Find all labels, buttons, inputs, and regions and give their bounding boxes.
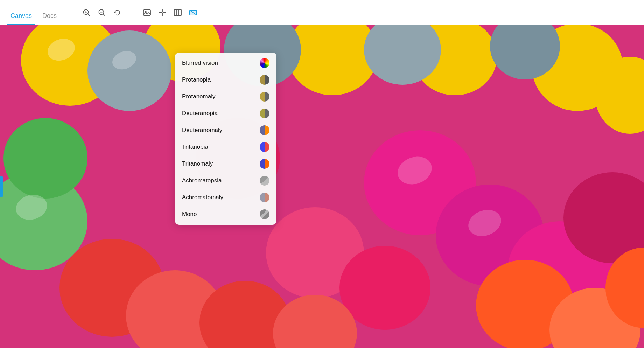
dropdown-item-protanopia[interactable]: Protanopia <box>175 71 276 88</box>
toolbar: Canvas Docs <box>0 0 644 25</box>
toolbar-divider <box>76 6 76 19</box>
vision-filter-icon[interactable] <box>188 7 199 18</box>
dropdown-item-icon-protanopia <box>260 75 270 85</box>
svg-rect-9 <box>159 9 162 12</box>
svg-rect-12 <box>163 13 166 16</box>
svg-rect-7 <box>144 10 150 15</box>
zoom-reset-icon[interactable] <box>112 7 123 18</box>
dropdown-item-label-blurred-vision: Blurred vision <box>182 60 218 67</box>
dropdown-item-icon-deuteranopia <box>260 109 270 118</box>
dropdown-item-protanomaly[interactable]: Protanomaly <box>175 88 276 105</box>
dropdown-item-label-protanomaly: Protanomaly <box>182 93 215 100</box>
vision-filter-dropdown: Blurred visionProtanopiaProtanomalyDeute… <box>175 53 276 225</box>
svg-rect-10 <box>163 9 166 12</box>
zoom-out-icon[interactable] <box>96 7 107 18</box>
dropdown-item-achromato[interactable]: Achromato­psia <box>175 172 276 189</box>
dropdown-item-icon-achromato <box>260 176 270 186</box>
dropdown-item-tritanopia[interactable]: Tritanopia <box>175 139 276 155</box>
dropdown-item-icon-achromatomaly <box>260 193 270 202</box>
columns-icon[interactable] <box>172 7 183 18</box>
dropdown-item-label-achromato: Achromato­psia <box>182 177 222 184</box>
dropdown-item-label-mono: Mono <box>182 211 197 218</box>
dropdown-item-icon-tritanopia <box>260 142 270 152</box>
svg-point-30 <box>4 118 88 199</box>
tab-canvas[interactable]: Canvas <box>7 12 35 25</box>
tab-group: Canvas Docs <box>7 0 64 25</box>
dropdown-item-mono[interactable]: Mono <box>175 206 276 223</box>
dropdown-item-tritanomaly[interactable]: Tritanomaly <box>175 155 276 172</box>
dropdown-item-achromatomaly[interactable]: Achromatomaly <box>175 189 276 206</box>
dropdown-item-icon-protanomaly <box>260 92 270 102</box>
dropdown-item-label-achromatomaly: Achromatomaly <box>182 194 223 201</box>
tab-docs[interactable]: Docs <box>39 12 60 25</box>
svg-rect-13 <box>174 9 181 16</box>
dropdown-item-icon-deuteranomaly <box>260 125 270 135</box>
dropdown-item-label-tritanopia: Tritanopia <box>182 144 208 151</box>
dropdown-item-label-protanopia: Protanopia <box>182 76 211 83</box>
zoom-in-icon[interactable] <box>81 7 92 18</box>
dropdown-item-label-deuteranopia: Deuteranopia <box>182 110 218 117</box>
candy-background <box>0 25 644 348</box>
image-icon[interactable] <box>141 7 153 18</box>
left-accent-bar <box>0 176 3 197</box>
dropdown-item-blurred-vision[interactable]: Blurred vision <box>175 55 276 71</box>
svg-rect-11 <box>159 13 162 16</box>
toolbar-icons <box>81 6 199 19</box>
dropdown-item-label-deuteranomaly: Deuteranomaly <box>182 127 222 134</box>
dropdown-item-icon-blurred-vision <box>260 58 270 68</box>
dropdown-item-icon-tritanomaly <box>260 159 270 169</box>
svg-line-3 <box>88 14 90 16</box>
dropdown-item-deuteranomaly[interactable]: Deuteranomaly <box>175 122 276 139</box>
grid-icon[interactable] <box>157 7 168 18</box>
dropdown-item-icon-mono <box>260 209 270 219</box>
canvas-area: Blurred visionProtanopiaProtanomalyDeute… <box>0 25 644 348</box>
dropdown-item-label-tritanomaly: Tritanomaly <box>182 160 213 167</box>
svg-line-6 <box>103 14 105 16</box>
toolbar-divider2 <box>132 6 132 19</box>
svg-point-25 <box>88 30 172 111</box>
dropdown-item-deuteranopia[interactable]: Deuteranopia <box>175 105 276 122</box>
